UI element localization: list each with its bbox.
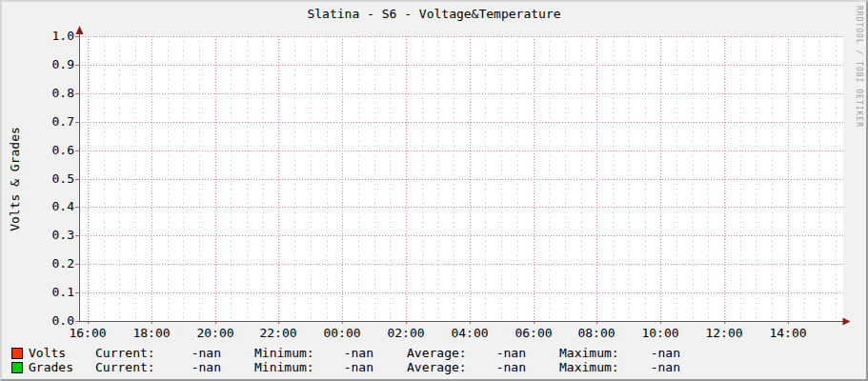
x-tick-label: 14:00 <box>769 326 806 340</box>
plot-area: 0.00.10.20.30.40.50.60.70.80.91.016:0018… <box>2 2 868 381</box>
x-tick-label: 04:00 <box>451 326 488 340</box>
y-tick-label: 0.2 <box>52 256 74 271</box>
stat-value: -nan <box>633 360 680 374</box>
x-tick-label: 08:00 <box>577 326 615 340</box>
x-tick-label: 10:00 <box>641 326 678 340</box>
legend-swatch-volts <box>11 348 23 359</box>
x-tick-label: 00:00 <box>323 326 360 340</box>
stat-label: Maximum: <box>559 360 619 374</box>
stat-value: -nan <box>326 360 373 374</box>
y-tick-label: 0.7 <box>52 114 74 129</box>
x-tick-label: 20:00 <box>196 326 233 340</box>
y-tick-label: 0.1 <box>52 285 74 299</box>
stat-label: Current: <box>95 346 155 360</box>
x-tick-label: 16:00 <box>69 326 106 340</box>
stat-label: Minimum: <box>254 346 314 360</box>
stat-value: -nan <box>173 346 221 360</box>
stat-label: Average: <box>407 346 467 360</box>
legend-series-name: Grades <box>29 360 73 374</box>
stat-value: -nan <box>478 346 526 360</box>
x-tick-label: 18:00 <box>132 326 170 340</box>
x-tick-label: 12:00 <box>705 326 742 340</box>
stat-label: Minimum: <box>254 360 314 374</box>
y-tick-label: 1.0 <box>52 29 74 43</box>
rrdtool-graph: Slatina - S6 - Voltage&Temperature RRDTO… <box>0 0 868 381</box>
x-tick-label: 06:00 <box>515 326 552 340</box>
legend-series-name: Volts <box>29 346 66 360</box>
x-tick-labels: 16:0018:0020:0022:0000:0002:0004:0006:00… <box>69 326 806 340</box>
legend-swatch-grades <box>11 362 23 373</box>
stat-value: -nan <box>326 346 373 360</box>
y-tick-label: 0.3 <box>52 228 74 242</box>
x-tick-label: 02:00 <box>387 326 424 340</box>
x-tick-label: 22:00 <box>259 326 296 340</box>
stat-value: -nan <box>633 346 680 360</box>
stat-value: -nan <box>478 360 526 374</box>
chart-canvas <box>79 36 843 321</box>
y-axis-arrow-icon <box>76 26 84 34</box>
y-tick-labels: 0.00.10.20.30.40.50.60.70.80.91.0 <box>52 29 75 328</box>
stat-label: Current: <box>95 360 155 374</box>
y-tick-label: 0.8 <box>52 86 74 100</box>
y-tick-label: 0.5 <box>52 171 74 186</box>
x-axis-arrow-icon <box>843 318 851 326</box>
legend-row-grades: Grades Current: -nan Minimum: -nan Avera… <box>2 360 868 374</box>
legend-row-volts: Volts Current: -nan Minimum: -nan Averag… <box>2 346 868 360</box>
stat-label: Maximum: <box>559 346 619 360</box>
stat-value: -nan <box>173 360 221 374</box>
y-tick-label: 0.9 <box>52 57 74 71</box>
y-tick-label: 0.6 <box>52 143 74 157</box>
y-tick-label: 0.4 <box>52 199 75 213</box>
stat-label: Average: <box>407 360 467 374</box>
